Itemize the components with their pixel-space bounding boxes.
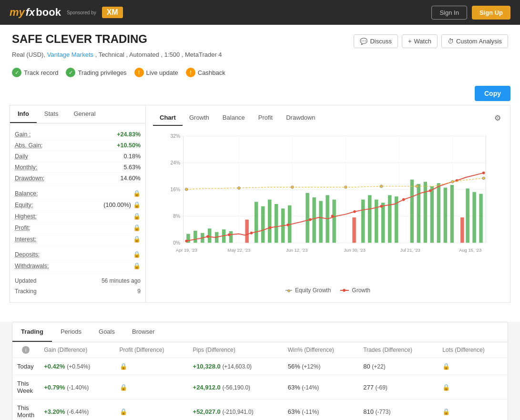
bottom-section: Trading Periods Goals Browser i Gain (Di…	[12, 322, 508, 420]
svg-rect-36	[352, 217, 356, 243]
svg-rect-25	[255, 202, 258, 243]
header-right: Sign In Sign Up	[431, 6, 510, 20]
tab-stats[interactable]: Stats	[37, 105, 66, 123]
trading-table: i Gain (Difference) Profit (Difference) …	[12, 342, 508, 420]
svg-text:May 22, '23: May 22, '23	[227, 248, 250, 253]
chart-tab-chart[interactable]: Chart	[153, 110, 183, 126]
copy-button[interactable]: Copy	[475, 86, 510, 101]
svg-text:8%: 8%	[173, 214, 180, 219]
profit-today: 🔒	[115, 358, 188, 375]
svg-point-61	[331, 215, 334, 217]
custom-analysis-label: Custom Analysis	[456, 38, 502, 45]
broker-link[interactable]: Vantage Markets	[47, 51, 93, 58]
updated-row: Updated 56 minutes ago	[15, 276, 141, 286]
discuss-button[interactable]: 💬 Discuss	[354, 34, 398, 48]
badge-track-record: ✓ Track record	[12, 68, 58, 77]
deposits-row: Deposits: 🔒	[15, 249, 141, 260]
svg-point-67	[482, 172, 485, 174]
svg-rect-18	[194, 231, 197, 243]
signup-button[interactable]: Sign Up	[472, 6, 510, 20]
signin-button[interactable]: Sign In	[431, 6, 467, 20]
svg-rect-50	[460, 217, 464, 243]
tab-general[interactable]: General	[66, 105, 103, 123]
tracking-value: 9	[137, 288, 141, 295]
svg-text:24%: 24%	[171, 160, 181, 165]
chart-legend: Equity Growth Growth	[153, 287, 503, 294]
pips-month: +52,027.0 (-210,941.0)	[188, 400, 283, 420]
svg-rect-41	[388, 195, 391, 243]
svg-text:16%: 16%	[171, 187, 181, 192]
svg-point-74	[451, 181, 454, 184]
svg-point-70	[291, 186, 294, 189]
filter-icon[interactable]: ⚙	[492, 112, 503, 124]
highest-row: Highest: 🔒	[15, 211, 141, 222]
gain-week: +0.79% (-1.40%)	[39, 375, 114, 400]
chart-tab-growth[interactable]: Growth	[183, 110, 216, 126]
svg-point-75	[482, 177, 485, 180]
page-header: SAFE CLEVER TRADING 💬 Discuss + Watch ⏱ …	[0, 25, 520, 82]
xm-logo[interactable]: XM	[102, 7, 123, 18]
watch-button[interactable]: + Watch	[402, 34, 438, 48]
profit-row: Profit: 🔒	[15, 222, 141, 234]
svg-rect-33	[319, 201, 322, 243]
table-row: This Month +3.20% (-6.44%) 🔒 +52,027.0 (…	[12, 400, 508, 420]
custom-analysis-button[interactable]: ⏱ Custom Analysis	[441, 34, 508, 48]
svg-point-63	[380, 205, 383, 208]
svg-rect-38	[368, 195, 371, 243]
svg-rect-24	[245, 220, 248, 243]
subtitle-prefix: Real (USD),	[12, 51, 45, 58]
gain-value: +24.83%	[117, 131, 141, 138]
highest-label: Highest:	[15, 213, 37, 220]
svg-point-58	[269, 226, 272, 229]
page-title: SAFE CLEVER TRADING	[12, 32, 147, 46]
drawdown-value: 14.60%	[121, 175, 141, 182]
lots-month: 🔒	[438, 400, 508, 420]
warn-icon-2: !	[186, 68, 195, 77]
chart-tab-balance[interactable]: Balance	[216, 110, 252, 126]
svg-text:Aug 15, '23: Aug 15, '23	[459, 248, 481, 253]
info-tabs: Info Stats General	[10, 105, 145, 123]
chart-tab-profit[interactable]: Profit	[252, 110, 279, 126]
bottom-tab-goals[interactable]: Goals	[90, 322, 123, 342]
svg-point-57	[250, 232, 253, 235]
pips-today: +10,328.0 (+14,603.0)	[188, 358, 283, 375]
sponsored-label: Sponsored by	[67, 10, 96, 15]
info-circle-icon[interactable]: i	[22, 346, 30, 354]
svg-rect-49	[450, 185, 454, 243]
svg-rect-52	[472, 192, 476, 243]
cashback-label: Cashback	[198, 69, 225, 76]
live-update-label: Live update	[146, 69, 178, 76]
chart-tabs: Chart Growth Balance Profit Drawdown	[153, 110, 322, 126]
badge-trading-privileges: ✓ Trading privileges	[66, 68, 126, 77]
equity-lock-icon: 🔒	[133, 201, 141, 208]
svg-rect-40	[381, 203, 385, 243]
bottom-tab-browser[interactable]: Browser	[123, 322, 163, 342]
bottom-tab-trading[interactable]: Trading	[12, 322, 52, 342]
tab-info[interactable]: Info	[10, 105, 37, 123]
th-pips: Pips (Difference)	[188, 342, 283, 358]
svg-text:Jun 12, '23: Jun 12, '23	[286, 248, 307, 253]
gain-row: Gain : +24.83%	[15, 129, 141, 140]
svg-rect-45	[424, 182, 427, 243]
gain-month: +3.20% (-6.44%)	[39, 400, 114, 420]
trading-privileges-label: Trading privileges	[78, 69, 126, 76]
balance-row: Balance: 🔒	[15, 188, 141, 199]
chart-tab-drawdown[interactable]: Drawdown	[279, 110, 322, 126]
svg-point-54	[185, 240, 188, 243]
table-header-row: i Gain (Difference) Profit (Difference) …	[12, 342, 508, 358]
svg-rect-44	[417, 184, 420, 243]
lots-week: 🔒	[438, 375, 508, 400]
svg-rect-26	[261, 206, 265, 243]
svg-text:32%: 32%	[171, 133, 181, 139]
profit-lock-icon: 🔒	[133, 224, 141, 231]
svg-point-73	[416, 185, 418, 188]
th-gain: Gain (Difference)	[39, 342, 114, 358]
bottom-tab-periods[interactable]: Periods	[52, 322, 90, 342]
svg-text:Jul 21, '23: Jul 21, '23	[400, 248, 420, 253]
two-col-layout: Info Stats General Gain : +24.83% Abs. G…	[10, 105, 510, 303]
logo[interactable]: myfxbook	[10, 6, 61, 19]
interest-lock-icon: 🔒	[133, 236, 141, 243]
content-wrapper: Copy Info Stats General Gain : +24.83% A…	[0, 82, 520, 312]
track-record-label: Track record	[24, 69, 58, 76]
period-week: This Week	[12, 375, 39, 400]
